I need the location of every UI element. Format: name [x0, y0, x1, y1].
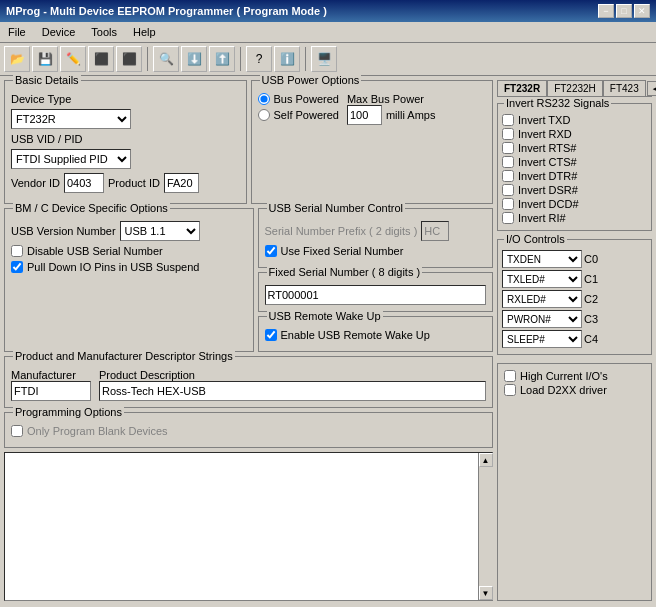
- device-type-select[interactable]: FT232R: [11, 109, 131, 129]
- serial-prefix-input[interactable]: [421, 221, 449, 241]
- invert-signals-label: Invert RS232 Signals: [504, 97, 611, 109]
- enable-wake-checkbox[interactable]: [265, 329, 277, 341]
- invert-rxd-row: Invert RXD: [502, 128, 647, 140]
- info-button[interactable]: ℹ️: [274, 46, 300, 72]
- scroll-up-button[interactable]: ▲: [479, 453, 493, 467]
- scrollbar[interactable]: ▲ ▼: [478, 453, 492, 600]
- toolbar: 📂 💾 ✏️ ⬛ ⬛ 🔍 ⬇️ ⬆️ ? ℹ️ 🖥️: [0, 43, 656, 76]
- menu-file[interactable]: File: [4, 24, 30, 40]
- max-bus-power-input[interactable]: [347, 105, 382, 125]
- product-desc-input[interactable]: [99, 381, 486, 401]
- minimize-button[interactable]: −: [598, 4, 614, 18]
- self-powered-row: Self Powered: [258, 109, 339, 121]
- invert-cts-label: Invert CTS#: [518, 156, 577, 168]
- io-select-c3[interactable]: PWRON#: [502, 310, 582, 328]
- close-button[interactable]: ✕: [634, 4, 650, 18]
- bus-powered-radio[interactable]: [258, 93, 270, 105]
- max-bus-power-label: Max Bus Power: [347, 93, 436, 105]
- device-type-select-row: FT232R: [11, 109, 240, 129]
- help-button[interactable]: ?: [246, 46, 272, 72]
- bmc-options-label: BM / C Device Specific Options: [13, 202, 170, 214]
- usb-serial-label: USB Serial Number Control: [267, 202, 406, 214]
- vendor-id-input[interactable]: [64, 173, 104, 193]
- invert-dcd-label: Invert DCD#: [518, 198, 579, 210]
- max-bus-power-row: milli Amps: [347, 105, 436, 125]
- scroll-down-button[interactable]: ▼: [479, 586, 493, 600]
- basic-details-group: Basic Details Device Type FT232R USB VID…: [4, 80, 247, 204]
- disable-serial-row: Disable USB Serial Number: [11, 245, 247, 257]
- menu-device[interactable]: Device: [38, 24, 80, 40]
- io-select-c2[interactable]: RXLED#: [502, 290, 582, 308]
- load-d2xx-label: Load D2XX driver: [520, 384, 607, 396]
- io-label-c3: C3: [584, 313, 604, 325]
- vid-pid-select[interactable]: FTDI Supplied PID: [11, 149, 131, 169]
- invert-dsr-row: Invert DSR#: [502, 184, 647, 196]
- upload-button[interactable]: ⬆️: [209, 46, 235, 72]
- tab-ft232r[interactable]: FT232R: [497, 80, 547, 96]
- stop-button[interactable]: ⬛: [88, 46, 114, 72]
- disable-serial-label: Disable USB Serial Number: [27, 245, 163, 257]
- title-bar: MProg - Multi Device EEPROM Programmer (…: [0, 0, 656, 22]
- menu-bar: File Device Tools Help: [0, 22, 656, 43]
- save-button[interactable]: 💾: [32, 46, 58, 72]
- fixed-serial-input[interactable]: [265, 285, 487, 305]
- manufacturer-input[interactable]: [11, 381, 91, 401]
- invert-dtr-checkbox[interactable]: [502, 170, 514, 182]
- invert-dsr-checkbox[interactable]: [502, 184, 514, 196]
- usb-version-select[interactable]: USB 1.1: [120, 221, 200, 241]
- programming-options-group: Programming Options Only Program Blank D…: [4, 412, 493, 448]
- serial-prefix-label: Serial Number Prefix ( 2 digits ): [265, 225, 418, 237]
- toolbar-separator: [147, 47, 148, 71]
- bus-powered-row: Bus Powered: [258, 93, 339, 105]
- menu-tools[interactable]: Tools: [87, 24, 121, 40]
- io-row-c2: RXLED# C2: [502, 290, 647, 308]
- bmc-options-group: BM / C Device Specific Options USB Versi…: [4, 208, 254, 352]
- menu-help[interactable]: Help: [129, 24, 160, 40]
- only-blank-checkbox[interactable]: [11, 425, 23, 437]
- io-label-c4: C4: [584, 333, 604, 345]
- load-d2xx-row: Load D2XX driver: [504, 384, 645, 396]
- invert-dcd-checkbox[interactable]: [502, 198, 514, 210]
- search-button[interactable]: 🔍: [153, 46, 179, 72]
- only-blank-label: Only Program Blank Devices: [27, 425, 168, 437]
- manufacturer-label: Manufacturer: [11, 369, 91, 381]
- vendor-product-row: Vendor ID Product ID: [11, 173, 240, 193]
- bottom-right-group: High Current I/O's Load D2XX driver: [497, 363, 652, 601]
- stop2-button[interactable]: ⬛: [116, 46, 142, 72]
- edit-button[interactable]: ✏️: [60, 46, 86, 72]
- high-current-label: High Current I/O's: [520, 370, 608, 382]
- basic-details-label: Basic Details: [13, 74, 81, 86]
- tab-ft423[interactable]: FT423: [603, 80, 646, 96]
- open-button[interactable]: 📂: [4, 46, 30, 72]
- programming-options-label: Programming Options: [13, 406, 124, 418]
- disable-serial-checkbox[interactable]: [11, 245, 23, 257]
- invert-cts-checkbox[interactable]: [502, 156, 514, 168]
- usb-version-label: USB Version Number: [11, 225, 116, 237]
- device-button[interactable]: 🖥️: [311, 46, 337, 72]
- use-fixed-checkbox[interactable]: [265, 245, 277, 257]
- tab-arrow-left[interactable]: ◄: [647, 81, 656, 96]
- invert-rxd-checkbox[interactable]: [502, 128, 514, 140]
- invert-rts-checkbox[interactable]: [502, 142, 514, 154]
- high-current-row: High Current I/O's: [504, 370, 645, 382]
- invert-ri-checkbox[interactable]: [502, 212, 514, 224]
- self-powered-radio[interactable]: [258, 109, 270, 121]
- io-select-c0[interactable]: TXDEN: [502, 250, 582, 268]
- product-desc-group: Product and Manufacturer Descriptor Stri…: [4, 356, 493, 408]
- fixed-serial-group: Fixed Serial Number ( 8 digits ): [258, 272, 494, 312]
- maximize-button[interactable]: □: [616, 4, 632, 18]
- io-controls-label: I/O Controls: [504, 233, 567, 245]
- invert-dtr-label: Invert DTR#: [518, 170, 577, 182]
- product-id-input[interactable]: [164, 173, 199, 193]
- io-row-c4: SLEEP# C4: [502, 330, 647, 348]
- high-current-checkbox[interactable]: [504, 370, 516, 382]
- pull-down-checkbox[interactable]: [11, 261, 23, 273]
- usb-power-label: USB Power Options: [260, 74, 362, 86]
- load-d2xx-checkbox[interactable]: [504, 384, 516, 396]
- io-select-c1[interactable]: TXLED#: [502, 270, 582, 288]
- usb-serial-group: USB Serial Number Control Serial Number …: [258, 208, 494, 268]
- io-select-c4[interactable]: SLEEP#: [502, 330, 582, 348]
- download-button[interactable]: ⬇️: [181, 46, 207, 72]
- invert-txd-checkbox[interactable]: [502, 114, 514, 126]
- tab-ft2232h[interactable]: FT2232H: [547, 80, 603, 96]
